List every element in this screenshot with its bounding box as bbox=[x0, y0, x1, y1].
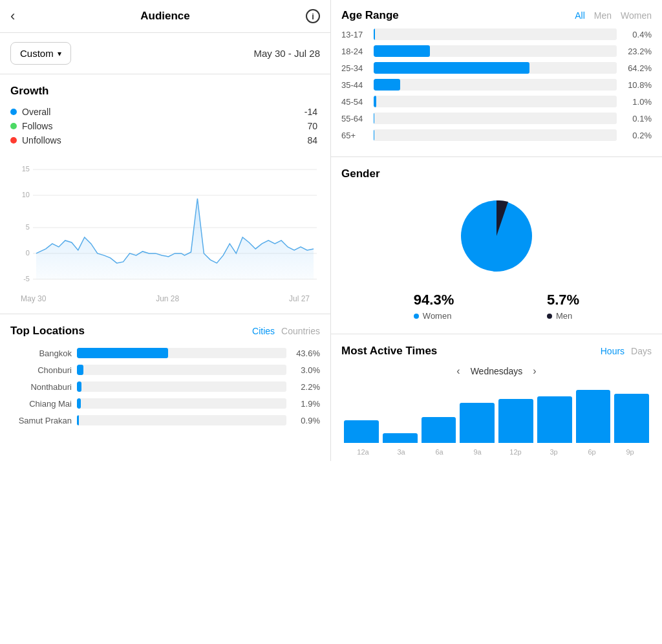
age-bar-bg bbox=[374, 79, 617, 91]
bar-9a bbox=[460, 403, 495, 443]
location-bar-bg bbox=[77, 398, 286, 409]
custom-button[interactable]: Custom ▾ bbox=[10, 42, 71, 65]
pie-container bbox=[341, 191, 652, 281]
age-row-65plus: 65+ 0.2% bbox=[341, 129, 652, 141]
list-item: Nonthaburi 2.2% bbox=[10, 381, 320, 392]
location-bar-bg bbox=[77, 381, 286, 392]
age-bar-bg bbox=[374, 113, 617, 124]
active-times-section: Most Active Times Hours Days ‹ Wednesday… bbox=[331, 334, 662, 461]
time-label-9a: 9a bbox=[458, 448, 496, 456]
overall-label: Overall bbox=[22, 107, 50, 117]
next-day-button[interactable]: › bbox=[533, 365, 536, 377]
date-range: May 30 - Jul 28 bbox=[253, 48, 320, 59]
age-label-1824: 18-24 bbox=[341, 47, 367, 56]
age-bar-fill-65plus bbox=[374, 129, 374, 141]
location-pct-nonthaburi: 2.2% bbox=[292, 382, 320, 392]
men-pct: 5.7% bbox=[547, 292, 579, 308]
bar-12a bbox=[344, 420, 379, 443]
time-label-6p: 6p bbox=[573, 448, 611, 456]
time-label-3a: 3a bbox=[382, 448, 420, 456]
age-label-1317: 13-17 bbox=[341, 30, 367, 39]
time-label-12a: 12a bbox=[344, 448, 382, 456]
bar-9p bbox=[614, 394, 649, 443]
age-row-5564: 55-64 0.1% bbox=[341, 113, 652, 124]
age-pct-1824: 23.2% bbox=[623, 47, 652, 56]
active-times-title: Most Active Times bbox=[341, 345, 437, 358]
age-label-4554: 45-54 bbox=[341, 97, 367, 107]
tab-days[interactable]: Days bbox=[631, 346, 652, 356]
time-label-3p: 3p bbox=[535, 448, 573, 456]
unfollows-dot bbox=[10, 137, 17, 144]
location-name-chonburi: Chonburi bbox=[10, 365, 72, 375]
svg-text:10: 10 bbox=[22, 191, 30, 199]
chart-x-labels: May 30 Jun 28 Jul 27 bbox=[10, 292, 320, 303]
gender-stat-men: 5.7% Men bbox=[547, 292, 579, 321]
chevron-down-icon: ▾ bbox=[58, 49, 61, 58]
time-bar-6a bbox=[422, 417, 456, 443]
time-bar-12p bbox=[498, 399, 533, 443]
age-pct-2534: 64.2% bbox=[623, 63, 652, 73]
time-bar-12a bbox=[344, 420, 379, 443]
age-row-1824: 18-24 23.2% bbox=[341, 45, 652, 57]
location-name-bangkok: Bangkok bbox=[10, 349, 72, 358]
legend-row-follows: Follows 70 bbox=[10, 121, 320, 131]
age-bar-bg bbox=[374, 62, 617, 74]
age-bar-fill-1317 bbox=[374, 28, 375, 40]
day-navigator: ‹ Wednesdays › bbox=[341, 365, 652, 377]
follows-value: 70 bbox=[307, 121, 317, 131]
back-button[interactable]: ‹ bbox=[10, 8, 15, 25]
active-times-header: Most Active Times Hours Days bbox=[341, 345, 652, 358]
age-pct-4554: 1.0% bbox=[623, 97, 652, 107]
tab-men[interactable]: Men bbox=[594, 10, 612, 21]
age-bar-bg bbox=[374, 28, 617, 40]
age-bar-fill-3544 bbox=[374, 79, 400, 91]
date-section: Custom ▾ May 30 - Jul 28 bbox=[0, 33, 330, 74]
location-bar-fill bbox=[77, 381, 81, 392]
tab-cities[interactable]: Cities bbox=[252, 326, 275, 336]
time-bar-3a bbox=[383, 433, 418, 443]
age-pct-1317: 0.4% bbox=[623, 30, 652, 39]
time-bar-3p bbox=[537, 396, 572, 443]
page-title: Audience bbox=[140, 10, 190, 23]
overall-value: -14 bbox=[304, 107, 317, 117]
bar-3p bbox=[537, 396, 572, 443]
gender-section: Gender 94.3% Women bbox=[331, 156, 662, 334]
list-item: Bangkok 43.6% bbox=[10, 348, 320, 358]
location-name-chiangmai: Chiang Mai bbox=[10, 399, 72, 409]
time-label-6a: 6a bbox=[420, 448, 458, 456]
age-bar-bg bbox=[374, 96, 617, 107]
time-x-labels: 12a 3a 6a 9a 12p 3p 6p 9p bbox=[341, 445, 652, 461]
time-label-12p: 12p bbox=[496, 448, 535, 456]
right-panel: Age Range All Men Women 13-17 0.4% 18-24 bbox=[331, 0, 662, 461]
location-bar-bg bbox=[77, 348, 286, 358]
list-item: Samut Prakan 0.9% bbox=[10, 415, 320, 425]
age-row-4554: 45-54 1.0% bbox=[341, 96, 652, 107]
age-bar-bg bbox=[374, 129, 617, 141]
info-icon[interactable]: i bbox=[306, 9, 320, 23]
overall-dot bbox=[10, 109, 17, 115]
women-pct: 94.3% bbox=[414, 292, 454, 308]
tab-all[interactable]: All bbox=[575, 10, 585, 21]
location-bar-fill bbox=[77, 365, 83, 375]
legend-row-unfollows: Unfollows 84 bbox=[10, 135, 320, 145]
active-times-tabs: Hours Days bbox=[601, 346, 652, 356]
gender-title: Gender bbox=[341, 167, 652, 180]
tab-countries[interactable]: Countries bbox=[281, 326, 320, 336]
tab-women[interactable]: Women bbox=[621, 10, 652, 21]
time-bar-9p bbox=[614, 394, 649, 443]
age-label-3544: 35-44 bbox=[341, 80, 367, 90]
bar-6p bbox=[576, 390, 611, 443]
women-label: Women bbox=[423, 311, 452, 321]
svg-text:0: 0 bbox=[26, 249, 30, 257]
time-label-9p: 9p bbox=[611, 448, 649, 456]
location-bar-bg bbox=[77, 365, 286, 375]
location-bar-bg bbox=[77, 415, 286, 425]
header: ‹ Audience i bbox=[0, 0, 330, 33]
location-tabs: Cities Countries bbox=[252, 326, 320, 336]
gender-stat-women: 94.3% Women bbox=[414, 292, 454, 321]
svg-text:15: 15 bbox=[22, 165, 30, 173]
tab-hours[interactable]: Hours bbox=[601, 346, 625, 356]
age-rows: 13-17 0.4% 18-24 23.2% 25-34 64.2% bbox=[331, 28, 662, 156]
prev-day-button[interactable]: ‹ bbox=[456, 365, 460, 377]
age-label-65plus: 65+ bbox=[341, 131, 367, 140]
